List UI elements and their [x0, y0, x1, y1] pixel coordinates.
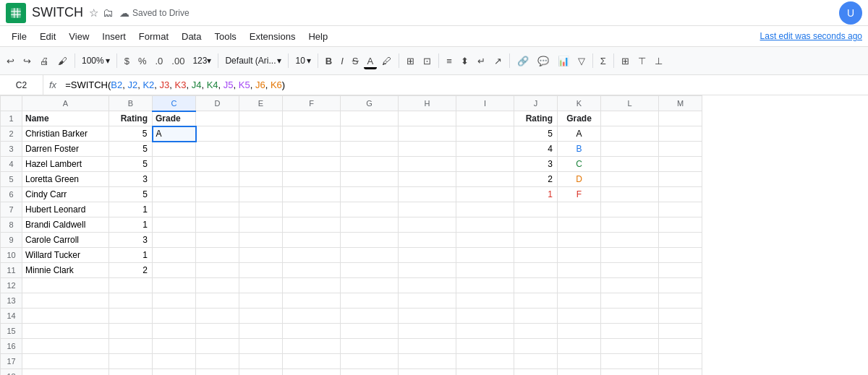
- cell-i3[interactable]: [456, 142, 514, 157]
- cell-f6[interactable]: [283, 187, 341, 202]
- cell-g8[interactable]: [341, 217, 399, 233]
- undo-button[interactable]: ↩: [3, 53, 18, 69]
- cell-k6[interactable]: F: [558, 187, 601, 202]
- col-header-c[interactable]: C: [153, 96, 196, 111]
- cell-j9[interactable]: [514, 233, 558, 248]
- cell-g1[interactable]: [341, 111, 399, 126]
- cell-b4[interactable]: 5: [109, 157, 153, 172]
- cell-b7[interactable]: 1: [109, 202, 153, 217]
- menu-extensions[interactable]: Extensions: [244, 29, 302, 44]
- cell-e10[interactable]: [239, 248, 283, 263]
- folder-icon[interactable]: 🗂: [103, 7, 114, 19]
- cell-f7[interactable]: [283, 202, 341, 217]
- menu-insert[interactable]: Insert: [96, 29, 132, 44]
- cell-k11[interactable]: [558, 263, 601, 278]
- cell-m6[interactable]: [659, 187, 702, 202]
- cell-c2[interactable]: A: [153, 126, 196, 142]
- cell-l9[interactable]: [601, 233, 659, 248]
- cell-f10[interactable]: [283, 248, 341, 263]
- cell-m1[interactable]: [659, 111, 702, 126]
- cell-i5[interactable]: [456, 172, 514, 187]
- cell-g7[interactable]: [341, 202, 399, 217]
- cell-m2[interactable]: [659, 126, 702, 142]
- link-button[interactable]: 🔗: [514, 53, 532, 69]
- cell-e11[interactable]: [239, 263, 283, 278]
- borders-button[interactable]: ⊞: [403, 53, 418, 69]
- cell-b5[interactable]: 3: [109, 172, 153, 187]
- bold-button[interactable]: B: [322, 53, 336, 69]
- cell-l1[interactable]: [601, 111, 659, 126]
- cell-e4[interactable]: [239, 157, 283, 172]
- cell-g9[interactable]: [341, 233, 399, 248]
- cell-c5[interactable]: [153, 172, 196, 187]
- cell-j6[interactable]: 1: [514, 187, 558, 202]
- cell-i6[interactable]: [456, 187, 514, 202]
- highlight-button[interactable]: 🖊: [378, 53, 395, 69]
- cell-h5[interactable]: [399, 172, 456, 187]
- cell-k10[interactable]: [558, 248, 601, 263]
- cell-f1[interactable]: [283, 111, 341, 126]
- col-header-b[interactable]: B: [109, 96, 153, 111]
- cell-j10[interactable]: [514, 248, 558, 263]
- cell-l10[interactable]: [601, 248, 659, 263]
- cell-l4[interactable]: [601, 157, 659, 172]
- cell-c8[interactable]: [153, 217, 196, 233]
- formula-bar-content[interactable]: =SWITCH(B2, J2, K2, J3, K3, J4, K4, J5, …: [62, 79, 868, 90]
- cell-d9[interactable]: [196, 233, 239, 248]
- comment-button[interactable]: 💬: [534, 53, 553, 69]
- cell-m4[interactable]: [659, 157, 702, 172]
- cell-h11[interactable]: [399, 263, 456, 278]
- cell-j2[interactable]: 5: [514, 126, 558, 142]
- cell-l8[interactable]: [601, 217, 659, 233]
- cell-k5[interactable]: D: [558, 172, 601, 187]
- cell-d6[interactable]: [196, 187, 239, 202]
- cell-c11[interactable]: [153, 263, 196, 278]
- sheet-container[interactable]: A B C D E F G H I J K L M 1: [0, 95, 868, 375]
- cell-h9[interactable]: [399, 233, 456, 248]
- cell-m7[interactable]: [659, 202, 702, 217]
- cell-j1[interactable]: Rating: [514, 111, 558, 126]
- cell-h6[interactable]: [399, 187, 456, 202]
- cell-e8[interactable]: [239, 217, 283, 233]
- wrap-button[interactable]: ↵: [474, 53, 489, 69]
- col-header-l[interactable]: L: [601, 96, 659, 111]
- cell-g11[interactable]: [341, 263, 399, 278]
- cell-h3[interactable]: [399, 142, 456, 157]
- cell-m10[interactable]: [659, 248, 702, 263]
- col-header-h[interactable]: H: [399, 96, 456, 111]
- decimal-dec-button[interactable]: .0: [152, 53, 167, 69]
- italic-button[interactable]: I: [337, 53, 347, 69]
- strikethrough-button[interactable]: S: [349, 53, 362, 69]
- cell-g4[interactable]: [341, 157, 399, 172]
- cell-g3[interactable]: [341, 142, 399, 157]
- menu-tools[interactable]: Tools: [208, 29, 242, 44]
- cell-d3[interactable]: [196, 142, 239, 157]
- cell-m8[interactable]: [659, 217, 702, 233]
- merge-button[interactable]: ⊡: [420, 53, 435, 69]
- cell-d8[interactable]: [196, 217, 239, 233]
- col-header-i[interactable]: I: [456, 96, 514, 111]
- cell-f2[interactable]: [283, 126, 341, 142]
- cell-a11[interactable]: Minnie Clark: [22, 263, 109, 278]
- cell-a8[interactable]: Brandi Caldwell: [22, 217, 109, 233]
- number-format-select[interactable]: 123▾: [190, 53, 214, 68]
- cell-c9[interactable]: [153, 233, 196, 248]
- cell-reference-box[interactable]: C2: [0, 75, 43, 95]
- cell-b9[interactable]: 3: [109, 233, 153, 248]
- col-header-a[interactable]: A: [22, 96, 109, 111]
- menu-view[interactable]: View: [63, 29, 95, 44]
- cell-d10[interactable]: [196, 248, 239, 263]
- percent-button[interactable]: %: [135, 53, 150, 69]
- cell-a10[interactable]: Willard Tucker: [22, 248, 109, 263]
- cell-c3[interactable]: [153, 142, 196, 157]
- star-icon[interactable]: ☆: [89, 7, 98, 20]
- cell-d7[interactable]: [196, 202, 239, 217]
- cell-d5[interactable]: [196, 172, 239, 187]
- cell-h1[interactable]: [399, 111, 456, 126]
- menu-edit[interactable]: Edit: [34, 29, 61, 44]
- text-color-button[interactable]: A: [364, 53, 378, 69]
- cell-k8[interactable]: [558, 217, 601, 233]
- cell-e6[interactable]: [239, 187, 283, 202]
- cell-h10[interactable]: [399, 248, 456, 263]
- cell-b11[interactable]: 2: [109, 263, 153, 278]
